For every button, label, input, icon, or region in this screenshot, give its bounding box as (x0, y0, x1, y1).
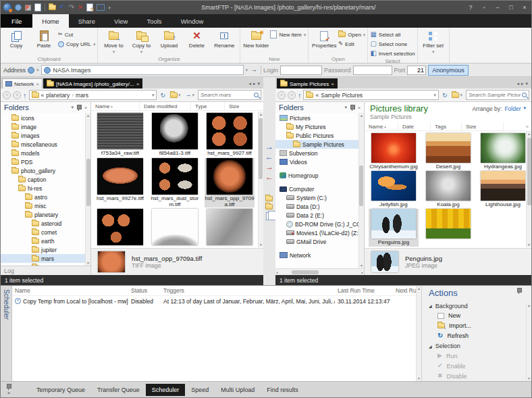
scheduler-vertical-tab[interactable]: Scheduler (1, 286, 12, 381)
tab-transfer-queue[interactable]: Transfer Queue (91, 384, 146, 396)
file-tile[interactable]: Chrysanthemum.jpg (369, 133, 419, 170)
scroll-down-icon[interactable]: ▼ (259, 242, 263, 247)
tree-item[interactable]: planetary (1, 210, 90, 219)
copy-to-button[interactable]: Copy to ▾ (128, 29, 155, 54)
refresh-button[interactable]: ↻ (441, 90, 449, 100)
chevron-down-icon[interactable]: ▾ (152, 93, 155, 98)
scrollbar[interactable]: ▲ ▼ (526, 131, 531, 247)
close-icon[interactable]: × (358, 105, 361, 110)
local-search-box[interactable] (466, 90, 529, 100)
folder-icon[interactable] (49, 5, 56, 10)
tree-item-selected[interactable]: mars (1, 254, 90, 263)
new-item-button[interactable]: New item ▾ (270, 30, 306, 39)
action-new[interactable]: New (429, 311, 529, 321)
scrollbar-thumb[interactable] (292, 270, 319, 274)
scroll-up-icon[interactable]: ▲ (527, 303, 531, 308)
remote-search-box[interactable] (198, 90, 261, 100)
tab-home[interactable]: Home (32, 14, 68, 28)
pin-window-button[interactable]: ▫ (480, 4, 488, 11)
column-more[interactable]: » (504, 122, 531, 131)
file-tile[interactable]: hst_mars_dust_storm.tiff (150, 158, 200, 207)
action-import[interactable]: Import... (429, 321, 529, 331)
chevron-down-icon[interactable]: ▾ (71, 105, 74, 110)
paste-button[interactable]: Paste (30, 29, 57, 49)
tab-speed[interactable]: Speed (185, 384, 215, 396)
redo-icon[interactable]: ↷ (68, 4, 74, 11)
scrollbar[interactable]: ▲ ▼ (416, 286, 421, 381)
go-button[interactable]: → (250, 65, 259, 75)
views-button[interactable]: ▾ (450, 90, 464, 100)
breadcrumb[interactable]: « planetary › mars ▾ (29, 90, 157, 100)
tree-item[interactable]: PDS (1, 157, 90, 166)
close-icon[interactable]: × (84, 105, 87, 110)
tab-scheduler[interactable]: Scheduler (146, 384, 186, 396)
file-tile[interactable] (150, 209, 200, 247)
scroll-down-icon[interactable]: ▼ (527, 376, 531, 381)
tree-item[interactable]: Pictures (275, 114, 364, 122)
breadcrumb-item[interactable]: Sample Pictures (321, 92, 363, 99)
tab-temporary-queue[interactable]: Temporary Queue (30, 384, 91, 396)
properties-button[interactable]: Properties (311, 29, 338, 49)
file-tile-selected[interactable]: hst_mars_opp_9709a.tiff (205, 158, 255, 207)
column-tags[interactable]: Tags (431, 122, 462, 131)
tab-network[interactable]: Network × (2, 78, 43, 89)
password-input[interactable] (353, 66, 392, 75)
tree-item-selected[interactable]: Sample Pictures (275, 140, 364, 149)
tree-item[interactable]: System (C:) (275, 193, 364, 202)
column-type[interactable]: Type (191, 102, 225, 111)
tab-scroll-right-icon[interactable]: ▸ (521, 81, 524, 86)
forward-button[interactable]: › (288, 91, 296, 99)
scroll-up-icon[interactable]: ▲ (360, 113, 363, 118)
edit-icon[interactable] (86, 3, 93, 11)
new-document-icon[interactable] (34, 3, 41, 11)
tab-share[interactable]: Share (69, 14, 105, 28)
search-input[interactable] (469, 92, 521, 98)
log-panel-header[interactable]: Log (1, 266, 90, 275)
tree-item[interactable]: My Pictures (275, 122, 364, 131)
arrange-by-control[interactable]: Arrange by: Folder ▾ (472, 103, 526, 122)
tree-item[interactable]: hi-res (1, 184, 90, 193)
upload-button[interactable]: Upload (155, 29, 182, 49)
file-tile[interactable] (205, 209, 255, 247)
rename-button[interactable]: Rename (211, 29, 238, 49)
connect-icon[interactable] (15, 4, 22, 11)
refresh-button[interactable]: ↻ (159, 90, 167, 100)
tab-multi-upload[interactable]: Multi Upload (215, 384, 261, 396)
back-button[interactable]: ‹ (277, 91, 286, 99)
tree-item[interactable]: miscellaneous (1, 140, 90, 149)
scroll-down-icon[interactable]: ▼ (360, 263, 363, 268)
tab-sample-pictures[interactable]: Sample Pictures × (277, 78, 338, 89)
scrollbar-thumb[interactable] (86, 159, 90, 206)
address-dropdown-icon[interactable]: ▾ (246, 68, 248, 72)
column-name[interactable]: Name▴ (91, 102, 140, 111)
horizontal-scrollbar[interactable]: ◂ ▸ (275, 268, 364, 275)
tree-item[interactable]: BD-ROM Drive (G:) J_CCSA_ (275, 220, 364, 228)
open-button[interactable]: Open ▾ (338, 30, 365, 39)
scroll-down-icon[interactable]: ▼ (527, 242, 531, 247)
tree-item[interactable]: Network (275, 251, 364, 259)
tree-item[interactable]: Data (D:) (275, 202, 364, 211)
breadcrumb-collapse[interactable]: « (315, 92, 319, 99)
file-tile-selected[interactable]: Penguins.jpg (369, 209, 419, 246)
scrollbar-thumb[interactable] (259, 118, 263, 179)
close-icon[interactable]: × (136, 81, 140, 87)
port-input[interactable] (407, 66, 426, 75)
scroll-down-icon[interactable]: ▼ (417, 376, 421, 381)
column-name[interactable]: Name (12, 287, 128, 294)
search-icon[interactable] (522, 93, 527, 97)
file-tile[interactable]: Lighthouse.jpg (478, 171, 528, 208)
scrollbar[interactable]: ▲ ▼ (526, 303, 531, 381)
sync-folder-icon[interactable] (265, 196, 273, 201)
column-last-run-time[interactable]: Last Run Time (335, 287, 393, 294)
close-icon[interactable]: × (331, 81, 334, 87)
cut-button[interactable]: ✂ Cut (58, 30, 95, 39)
minimize-button[interactable]: – (494, 4, 502, 11)
chevron-down-icon[interactable]: ▾ (523, 105, 526, 111)
file-tile[interactable]: hst_mars_9927e.tiff (95, 158, 145, 207)
edit-button[interactable]: ✎ Edit (338, 40, 365, 48)
tree-item[interactable]: Public Pictures (275, 131, 364, 140)
breadcrumb-item[interactable]: planetary (46, 92, 70, 99)
tree-item[interactable]: Videos (275, 157, 364, 166)
tab-list-icon[interactable]: ▾ (525, 81, 528, 86)
favorites-icon[interactable] (25, 5, 31, 11)
